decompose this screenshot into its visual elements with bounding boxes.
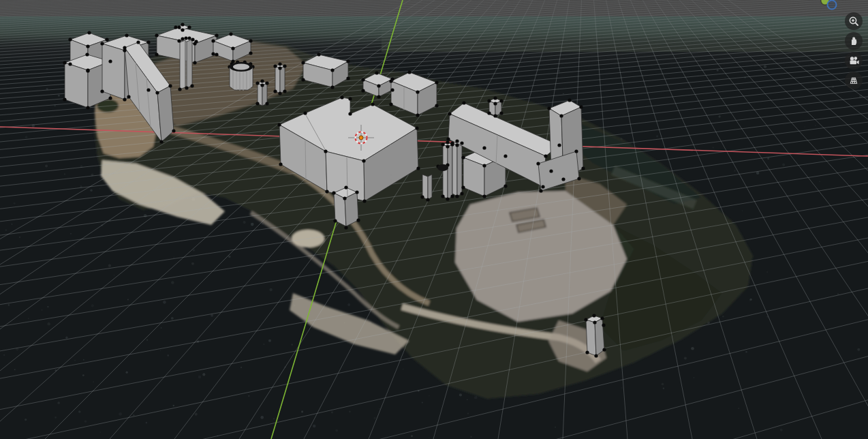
vertex-dot[interactable] (283, 64, 286, 67)
vertex-dot[interactable] (301, 61, 305, 64)
vertex-dot[interactable] (249, 39, 252, 42)
vertex-dot[interactable] (407, 70, 411, 74)
vertex-dot[interactable] (348, 112, 352, 115)
vertex-dot[interactable] (325, 190, 328, 193)
vertex-dot[interactable] (174, 25, 177, 29)
vertex-dot[interactable] (455, 194, 459, 198)
vertex-dot[interactable] (260, 79, 264, 82)
camera-view-button[interactable] (845, 52, 863, 70)
vertex-dot[interactable] (416, 90, 419, 93)
vertex-dot[interactable] (389, 79, 392, 82)
vertex-dot[interactable] (86, 44, 89, 48)
vertex-dot[interactable] (215, 33, 218, 37)
vertex-dot[interactable] (460, 192, 463, 195)
vertex-dot[interactable] (303, 111, 307, 115)
vertex-dot[interactable] (602, 348, 606, 351)
building-face[interactable] (428, 175, 432, 200)
building-face[interactable] (452, 143, 457, 196)
vertex-dot[interactable] (231, 46, 234, 50)
vertex-dot[interactable] (229, 32, 232, 35)
orientation-gizmo[interactable] (811, 0, 845, 12)
vertex-dot[interactable] (482, 164, 486, 167)
vertex-dot[interactable] (455, 139, 459, 142)
building-face[interactable] (457, 143, 462, 196)
vertex-dot[interactable] (344, 185, 347, 189)
vertex-dot[interactable] (574, 149, 578, 153)
vertex-dot[interactable] (487, 99, 491, 102)
vertex-dot[interactable] (482, 194, 486, 198)
vertex-dot[interactable] (416, 166, 420, 170)
vertex-dot[interactable] (249, 51, 252, 55)
vertex-dot[interactable] (333, 219, 337, 222)
vertex-dot[interactable] (448, 112, 451, 115)
vertex-dot[interactable] (346, 59, 350, 63)
vertex-dot[interactable] (283, 89, 286, 93)
vertex-dot[interactable] (63, 97, 66, 101)
vertex-dot[interactable] (503, 154, 507, 157)
vertex-dot[interactable] (450, 141, 454, 145)
building-face[interactable] (345, 192, 358, 226)
vertex-dot[interactable] (600, 316, 604, 320)
cylinder-building[interactable] (230, 62, 253, 91)
vertex-dot[interactable] (355, 190, 358, 194)
vertex-dot[interactable] (123, 46, 126, 49)
vertex-dot[interactable] (278, 66, 281, 70)
vertex-dot[interactable] (255, 81, 259, 85)
pan-button[interactable] (845, 32, 863, 50)
vertex-dot[interactable] (544, 154, 547, 157)
zoom-button[interactable] (845, 12, 863, 30)
vertex-dot[interactable] (416, 113, 419, 117)
vertex-dot[interactable] (181, 28, 184, 31)
vertex-dot[interactable] (168, 84, 172, 87)
vertex-dot[interactable] (123, 97, 126, 101)
vertex-dot[interactable] (184, 36, 187, 40)
vertex-dot[interactable] (265, 102, 268, 105)
vertex-dot[interactable] (340, 95, 343, 99)
vertex-dot[interactable] (193, 61, 196, 64)
vertex-dot[interactable] (211, 39, 215, 42)
vertex-dot[interactable] (177, 25, 181, 29)
vertex-dot[interactable] (594, 354, 598, 357)
vertex-dot[interactable] (593, 320, 596, 324)
building-face[interactable] (443, 145, 448, 199)
vertex-dot[interactable] (100, 42, 104, 45)
building-face[interactable] (65, 63, 88, 108)
vertex-dot[interactable] (279, 162, 282, 166)
vertex-dot[interactable] (177, 39, 181, 42)
vertex-dot[interactable] (541, 185, 544, 188)
vertex-dot[interactable] (547, 106, 551, 110)
vertex-dot[interactable] (577, 177, 580, 180)
vertex-dot[interactable] (356, 218, 360, 222)
viewport-canvas[interactable] (0, 0, 868, 439)
building-face[interactable] (448, 145, 452, 199)
3d-viewport[interactable] (0, 0, 868, 439)
vertex-dot[interactable] (105, 37, 108, 41)
vertex-dot[interactable] (191, 37, 194, 41)
vertex-dot[interactable] (460, 141, 463, 145)
vertex-dot[interactable] (455, 143, 459, 147)
vertex-dot[interactable] (581, 166, 585, 170)
vertex-dot[interactable] (482, 146, 486, 149)
vertex-dot[interactable] (435, 80, 438, 84)
small-dark-object[interactable] (437, 164, 448, 171)
vertex-dot[interactable] (172, 129, 175, 132)
vertex-dot[interactable] (181, 22, 184, 26)
vertex-dot[interactable] (446, 137, 450, 140)
vertex-dot[interactable] (499, 99, 503, 102)
building-face[interactable] (586, 320, 596, 356)
vertex-dot[interactable] (344, 226, 347, 229)
vertex-dot[interactable] (343, 196, 346, 200)
vertex-dot[interactable] (446, 145, 449, 148)
vertex-dot[interactable] (155, 52, 158, 56)
vertex-dot[interactable] (125, 33, 128, 37)
vertex-dot[interactable] (187, 36, 191, 40)
vertex-dot[interactable] (332, 191, 335, 194)
vertex-dot[interactable] (493, 114, 497, 117)
vertex-dot[interactable] (211, 52, 215, 55)
vertex-dot[interactable] (539, 189, 542, 192)
vertex-dot[interactable] (389, 102, 392, 106)
vertex-dot[interactable] (265, 81, 268, 85)
vertex-dot[interactable] (346, 76, 350, 80)
vertex-dot[interactable] (493, 96, 497, 100)
building-face[interactable] (187, 40, 192, 88)
